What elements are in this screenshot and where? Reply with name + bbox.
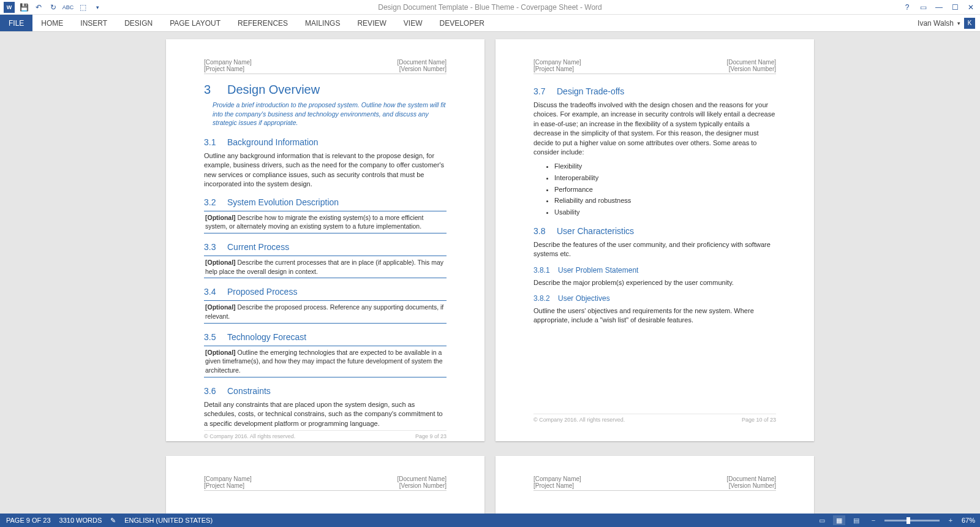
user-dropdown-icon: ▾ [957,20,960,26]
box-3-3: [Optional] Describe the current processe… [204,256,447,278]
qat-dropdown-icon[interactable]: ▾ [92,2,103,13]
web-layout-icon[interactable]: ▤ [850,515,862,525]
header-project: [Project Name] [204,66,252,72]
page-12[interactable]: [Company Name] [Project Name] [Document … [496,456,814,514]
maximize-icon[interactable]: ☐ [949,2,960,13]
body-3-6: Detail any constraints that are placed u… [204,400,447,428]
heading-3-5: 3.5Technology Forecast [204,332,447,342]
header-version: [Version Number] [726,482,776,489]
minimize-icon[interactable]: — [933,2,944,13]
tab-insert[interactable]: INSERT [72,15,116,31]
page-10[interactable]: [Company Name] [Project Name] [Document … [496,39,814,441]
box-3-2: [Optional] Describe how to migrate the e… [204,211,447,233]
footer-page: Page 10 of 23 [742,417,776,423]
window-title: Design Document Template - Blue Theme - … [378,3,602,12]
footer-copyright: © Company 2016. All rights reserved. [204,433,295,439]
body-3-7: Discuss the tradeoffs involved with the … [533,100,776,157]
user-account[interactable]: Ivan Walsh ▾ K [918,15,980,31]
header-version: [Version Number] [726,66,776,72]
heading-3: 3Design Overview [204,83,447,97]
header-project: [Project Name] [533,66,581,72]
heading-3-8-2: 3.8.2User Objectives [533,294,776,303]
header-version: [Version Number] [397,66,447,72]
proofing-icon[interactable]: ✎ [110,517,116,525]
heading-3-8: 3.8User Characteristics [533,226,776,236]
footer-copyright: © Company 2016. All rights reserved. [533,417,625,423]
body-3-8: Describe the features of the user commun… [533,240,776,259]
box-3-5: [Optional] Outline the emerging technolo… [204,346,447,377]
zoom-out-icon[interactable]: − [867,515,880,525]
status-language[interactable]: ENGLISH (UNITED STATES) [124,517,213,524]
ribbon-display-icon[interactable]: ▭ [918,2,929,13]
zoom-in-icon[interactable]: + [944,515,957,525]
page-footer: © Company 2016. All rights reserved. Pag… [204,430,447,439]
list-item: Interoperability [554,172,776,184]
word-app-icon[interactable]: W [4,2,15,13]
tab-page-layout[interactable]: PAGE LAYOUT [161,15,229,31]
spellcheck-icon[interactable]: ABC [62,2,74,13]
list-item: Flexibility [554,161,776,172]
heading-3-4: 3.4Proposed Process [204,287,447,297]
header-project: [Project Name] [204,482,252,489]
bullet-list-3-7: Flexibility Interoperability Performance… [554,161,776,218]
heading-3-2: 3.2System Evolution Description [204,197,447,207]
page-header: [Company Name] [Project Name] [Document … [204,59,447,72]
header-company: [Company Name] [204,476,252,482]
tab-developer[interactable]: DEVELOPER [431,15,492,31]
body-3-1: Outline any background information that … [204,151,447,189]
undo-icon[interactable]: ↶ [33,2,44,13]
list-item: Performance [554,184,776,195]
redo-icon[interactable]: ↻ [48,2,59,13]
header-company: [Company Name] [204,59,252,66]
header-company: [Company Name] [533,476,581,482]
close-icon[interactable]: ✕ [965,2,976,13]
zoom-level[interactable]: 67% [962,517,975,524]
title-bar: W 💾 ↶ ↻ ABC ⬚ ▾ Design Document Template… [0,0,980,15]
touch-mode-icon[interactable]: ⬚ [77,2,88,13]
ribbon-tabs: FILE HOME INSERT DESIGN PAGE LAYOUT REFE… [0,15,980,32]
page-header: [Company Name] [Project Name] [Document … [204,476,447,489]
footer-page: Page 9 of 23 [415,433,447,439]
intro-text: Provide a brief introduction to the prop… [204,100,447,127]
document-canvas[interactable]: [Company Name] [Project Name] [Document … [0,32,980,514]
header-version: [Version Number] [397,482,447,489]
list-item: Reliability and robustness [554,195,776,207]
header-company: [Company Name] [533,59,581,66]
status-bar: PAGE 9 OF 23 3310 WORDS ✎ ENGLISH (UNITE… [0,514,980,527]
page-header: [Company Name] [Project Name] [Document … [533,59,776,72]
help-icon[interactable]: ? [902,2,913,13]
heading-3-3: 3.3Current Process [204,242,447,252]
window-controls: ? ▭ — ☐ ✕ [902,2,980,13]
tab-references[interactable]: REFERENCES [229,15,296,31]
tab-review[interactable]: REVIEW [349,15,394,31]
page-9[interactable]: [Company Name] [Project Name] [Document … [166,39,484,441]
zoom-slider[interactable] [884,520,940,521]
status-page[interactable]: PAGE 9 OF 23 [6,517,51,524]
body-3-8-2: Outline the users' objectives and requir… [533,306,776,325]
heading-3-6: 3.6Constraints [204,386,447,396]
header-docname: [Document Name] [726,476,776,482]
status-words[interactable]: 3310 WORDS [59,517,102,524]
tab-home[interactable]: HOME [32,15,72,31]
heading-3-8-1: 3.8.1User Problem Statement [533,266,776,275]
body-3-8-1: Describe the major problem(s) experience… [533,278,776,287]
quick-access-toolbar: W 💾 ↶ ↻ ABC ⬚ ▾ [0,2,107,13]
header-docname: [Document Name] [726,59,776,66]
heading-3-1: 3.1Background Information [204,137,447,147]
page-11[interactable]: [Company Name] [Project Name] [Document … [166,456,484,514]
page-footer: © Company 2016. All rights reserved. Pag… [533,414,776,423]
tab-mailings[interactable]: MAILINGS [296,15,349,31]
tab-view[interactable]: VIEW [395,15,431,31]
tab-design[interactable]: DESIGN [116,15,161,31]
header-docname: [Document Name] [397,59,447,66]
page-header: [Company Name] [Project Name] [Document … [533,476,776,489]
heading-3-7: 3.7Design Trade-offs [533,86,776,96]
header-project: [Project Name] [533,482,581,489]
header-docname: [Document Name] [397,476,447,482]
box-3-4: [Optional] Describe the proposed process… [204,300,447,323]
tab-file[interactable]: FILE [0,15,32,31]
save-icon[interactable]: 💾 [18,2,29,13]
read-mode-icon[interactable]: ▭ [816,515,828,525]
list-item: Usability [554,207,776,218]
print-layout-icon[interactable]: ▦ [833,515,845,525]
